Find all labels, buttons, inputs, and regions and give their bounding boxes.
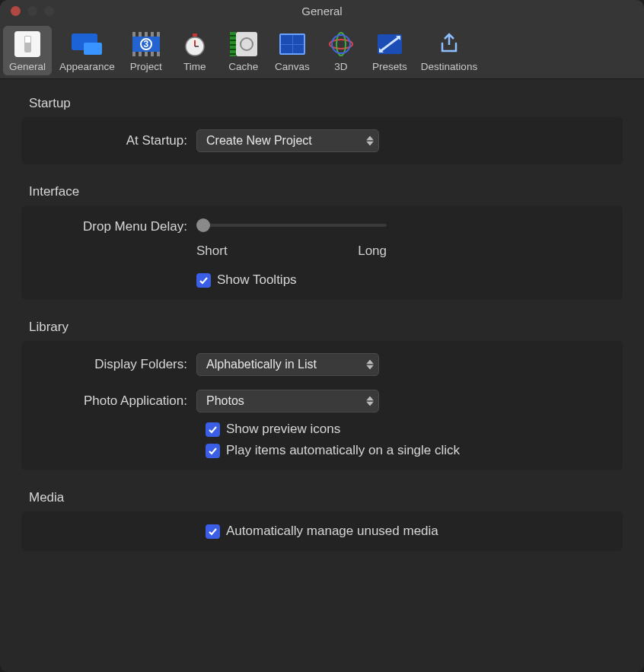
show-tooltips-label: Show Tooltips: [217, 272, 297, 288]
tab-appearance[interactable]: Appearance: [53, 26, 121, 75]
close-button[interactable]: [11, 6, 21, 16]
at-startup-label: At Startup:: [35, 133, 196, 148]
svg-point-6: [328, 31, 354, 57]
slider-thumb[interactable]: [196, 218, 210, 232]
cache-icon: [226, 29, 261, 59]
panel-startup: At Startup: Create New Project: [21, 117, 623, 164]
updown-icon: [366, 360, 374, 370]
play-items-auto-label: Play items automatically on a single cli…: [226, 443, 460, 458]
auto-manage-media-checkbox[interactable]: [206, 524, 220, 539]
show-tooltips-checkbox[interactable]: [196, 273, 211, 288]
tab-time[interactable]: Time: [171, 26, 218, 75]
appearance-icon: [69, 29, 104, 59]
panel-media: Automatically manage unused media: [21, 511, 623, 551]
show-preview-icons-checkbox[interactable]: [206, 422, 220, 437]
traffic-lights: [11, 6, 54, 16]
photo-application-select[interactable]: Photos: [196, 390, 379, 412]
section-title-interface: Interface: [29, 184, 623, 199]
tab-presets[interactable]: Presets: [366, 26, 413, 75]
show-preview-icons-label: Show preview icons: [226, 422, 340, 437]
toolbar: General Appearance 3 Project Time Cache …: [0, 21, 644, 79]
updown-icon: [366, 136, 374, 146]
section-title-library: Library: [29, 320, 623, 335]
panel-library: Display Folders: Alphabetically in List …: [21, 341, 623, 470]
preferences-window: General General Appearance 3 Project Tim…: [0, 0, 644, 672]
3d-icon: [324, 29, 359, 59]
tab-3d[interactable]: 3D: [317, 26, 365, 75]
content: Startup At Startup: Create New Project I…: [0, 79, 644, 588]
svg-rect-1: [193, 33, 197, 37]
play-items-auto-checkbox[interactable]: [206, 444, 220, 458]
display-folders-select[interactable]: Alphabetically in List: [196, 353, 379, 376]
at-startup-select[interactable]: Create New Project: [196, 129, 379, 152]
drop-menu-delay-slider[interactable]: [196, 218, 387, 233]
canvas-icon: [275, 29, 310, 59]
tab-project[interactable]: 3 Project: [123, 26, 170, 75]
presets-icon: [372, 29, 407, 59]
tab-canvas[interactable]: Canvas: [269, 26, 316, 75]
section-title-media: Media: [29, 490, 623, 505]
tab-general[interactable]: General: [3, 26, 52, 75]
svg-marker-12: [366, 142, 374, 146]
svg-marker-11: [366, 136, 374, 141]
tab-destinations[interactable]: Destinations: [415, 26, 483, 75]
svg-marker-13: [366, 360, 374, 365]
svg-marker-16: [366, 402, 374, 406]
titlebar: General: [0, 0, 644, 21]
svg-marker-15: [366, 397, 374, 401]
drop-menu-delay-label: Drop Menu Delay:: [35, 218, 196, 234]
minimize-button[interactable]: [27, 6, 37, 16]
slider-long-label: Long: [358, 244, 387, 259]
panel-interface: Drop Menu Delay: Short Long Show: [21, 205, 623, 300]
display-folders-label: Display Folders:: [35, 357, 196, 372]
tab-cache[interactable]: Cache: [220, 26, 267, 75]
maximize-button[interactable]: [44, 6, 54, 16]
destinations-icon: [432, 29, 467, 59]
window-title: General: [0, 5, 644, 18]
auto-manage-media-label: Automatically manage unused media: [226, 524, 438, 539]
section-title-startup: Startup: [29, 96, 623, 111]
general-icon: [10, 29, 45, 59]
time-icon: [177, 29, 212, 59]
photo-application-label: Photo Application:: [35, 393, 196, 409]
svg-marker-14: [366, 365, 374, 370]
updown-icon: [366, 397, 374, 406]
project-icon: 3: [129, 29, 164, 59]
slider-short-label: Short: [196, 244, 228, 259]
